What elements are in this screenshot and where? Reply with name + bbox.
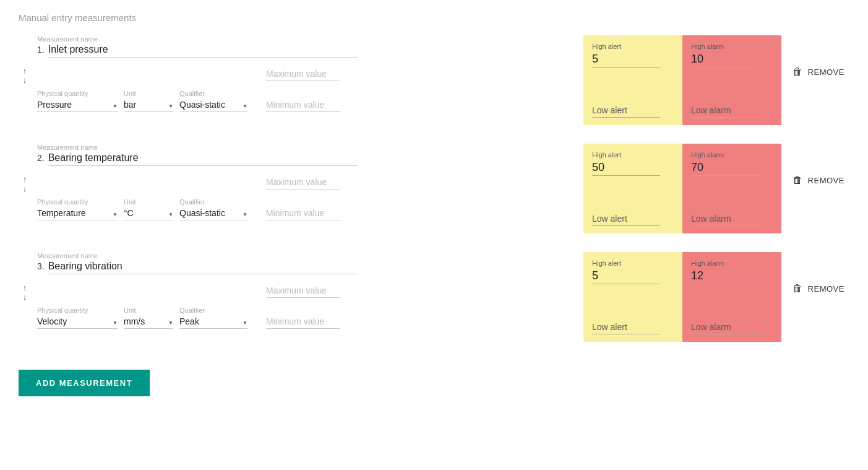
unit-group-2: Unit °C xyxy=(124,198,173,220)
high-alarm-label-1: High alarm xyxy=(691,43,773,50)
measurement-name-label-1: Measurement name xyxy=(37,35,577,43)
high-alert-input-1[interactable] xyxy=(592,53,660,67)
high-alarm-input-1[interactable] xyxy=(691,53,759,67)
qualifier-label-3: Qualifier xyxy=(179,307,247,314)
measurement-block-3: ↑↓ Measurement name 3. Physical quantity… xyxy=(19,252,849,342)
unit-label-1: Unit xyxy=(124,90,173,97)
sort-arrows-1[interactable]: ↑↓ xyxy=(19,66,31,85)
remove-label-3: REMOVE xyxy=(808,284,844,294)
physical-quantity-group-1: Physical quantity Pressure xyxy=(37,90,118,112)
alert-red-box-2: High alarm Low alarm xyxy=(682,144,781,233)
alert-yellow-box-1: High alert Low alert xyxy=(583,35,682,125)
measurement-number-row-2: 2. xyxy=(37,152,577,166)
alert-red-box-3: High alarm Low alarm xyxy=(682,252,781,342)
qualifier-select-wrapper-2: Quasi-static xyxy=(179,208,247,220)
remove-button-1[interactable]: 🗑 REMOVE xyxy=(793,66,844,77)
qualifier-select-2[interactable]: Quasi-static xyxy=(179,208,247,220)
qualifier-group-3: Qualifier Peak xyxy=(179,307,247,329)
page-title: Manual entry measurements xyxy=(19,12,849,23)
trash-icon-3: 🗑 xyxy=(793,283,803,294)
measurement-number-row-3: 3. xyxy=(37,261,577,274)
remove-col-3: 🗑 REMOVE xyxy=(788,283,849,294)
measurement-number-1: 1. xyxy=(37,45,45,54)
sort-arrows-2[interactable]: ↑↓ xyxy=(19,175,31,193)
remove-col-2: 🗑 REMOVE xyxy=(788,175,849,186)
measurement-block-1: ↑↓ Measurement name 1. Physical quantity… xyxy=(19,35,849,125)
max-min-group-2 xyxy=(254,177,340,220)
high-alarm-label-3: High alarm xyxy=(691,259,773,267)
measurement-name-input-1[interactable] xyxy=(48,44,358,58)
qualifier-label-2: Qualifier xyxy=(179,198,247,206)
physical-quantity-label-2: Physical quantity xyxy=(37,198,118,206)
physical-quantity-select-2[interactable]: Temperature xyxy=(37,208,118,220)
low-alarm-label-1: Low alarm xyxy=(691,105,759,118)
qualifier-select-1[interactable]: Quasi-static xyxy=(179,100,247,112)
measurement-number-row-1: 1. xyxy=(37,44,577,58)
alerts-col-1: High alert Low alert High alarm Low alar… xyxy=(583,35,781,125)
high-alarm-label-2: High alarm xyxy=(691,151,773,159)
measurement-content-2: Measurement name 2. Physical quantity Te… xyxy=(37,144,577,220)
fields-row-1: Physical quantity Pressure Unit bar xyxy=(37,69,577,112)
remove-label-1: REMOVE xyxy=(808,67,844,77)
low-alarm-label-3: Low alarm xyxy=(691,322,759,334)
fields-row-3: Physical quantity Velocity Unit mm/s xyxy=(37,285,577,329)
unit-select-2[interactable]: °C xyxy=(124,208,173,220)
unit-group-3: Unit mm/s xyxy=(124,307,173,329)
max-value-input-2[interactable] xyxy=(266,177,340,189)
qualifier-group-1: Qualifier Quasi-static xyxy=(179,90,247,112)
measurement-number-2: 2. xyxy=(37,153,45,163)
low-alert-label-3: Low alert xyxy=(592,322,660,334)
unit-select-wrapper-1: bar xyxy=(124,100,173,112)
measurement-name-input-2[interactable] xyxy=(48,152,358,166)
unit-select-3[interactable]: mm/s xyxy=(124,316,173,329)
min-value-input-3[interactable] xyxy=(266,316,340,329)
sort-arrows-3[interactable]: ↑↓ xyxy=(19,283,31,302)
measurement-content-3: Measurement name 3. Physical quantity Ve… xyxy=(37,252,577,329)
measurement-block-2: ↑↓ Measurement name 2. Physical quantity… xyxy=(19,144,849,233)
alert-yellow-box-3: High alert Low alert xyxy=(583,252,682,342)
trash-icon-2: 🗑 xyxy=(793,175,803,186)
add-measurement-button[interactable]: ADD MEASUREMENT xyxy=(19,370,150,396)
physical-quantity-label-3: Physical quantity xyxy=(37,307,118,314)
max-value-input-3[interactable] xyxy=(266,285,340,298)
low-alarm-label-2: Low alarm xyxy=(691,214,759,226)
high-alert-input-3[interactable] xyxy=(592,269,660,284)
measurement-name-label-2: Measurement name xyxy=(37,144,577,151)
physical-quantity-select-1[interactable]: Pressure xyxy=(37,100,118,112)
max-min-group-1 xyxy=(254,69,340,112)
unit-select-wrapper-2: °C xyxy=(124,208,173,220)
unit-group-1: Unit bar xyxy=(124,90,173,112)
max-value-input-1[interactable] xyxy=(266,69,340,81)
alert-yellow-box-2: High alert Low alert xyxy=(583,144,682,233)
trash-icon-1: 🗑 xyxy=(793,66,803,77)
physical-quantity-group-3: Physical quantity Velocity xyxy=(37,307,118,329)
unit-select-1[interactable]: bar xyxy=(124,100,173,112)
min-value-input-1[interactable] xyxy=(266,100,340,112)
alerts-col-3: High alert Low alert High alarm Low alar… xyxy=(583,252,781,342)
min-value-input-2[interactable] xyxy=(266,208,340,220)
remove-button-2[interactable]: 🗑 REMOVE xyxy=(793,175,844,186)
qualifier-group-2: Qualifier Quasi-static xyxy=(179,198,247,220)
physical-quantity-select-3[interactable]: Velocity xyxy=(37,316,118,329)
alert-red-box-1: High alarm Low alarm xyxy=(682,35,781,125)
unit-label-3: Unit xyxy=(124,307,173,314)
measurement-number-3: 3. xyxy=(37,261,45,271)
qualifier-select-3[interactable]: Peak xyxy=(179,316,247,329)
fields-row-2: Physical quantity Temperature Unit °C xyxy=(37,177,577,220)
qualifier-select-wrapper-3: Peak xyxy=(179,316,247,329)
high-alarm-input-2[interactable] xyxy=(691,161,759,176)
remove-col-1: 🗑 REMOVE xyxy=(788,66,849,77)
high-alert-input-2[interactable] xyxy=(592,161,660,176)
low-alert-label-2: Low alert xyxy=(592,214,660,226)
measurement-name-input-3[interactable] xyxy=(48,261,358,274)
low-alert-label-1: Low alert xyxy=(592,105,660,118)
measurement-content-1: Measurement name 1. Physical quantity Pr… xyxy=(37,35,577,112)
physical-quantity-group-2: Physical quantity Temperature xyxy=(37,198,118,220)
unit-label-2: Unit xyxy=(124,198,173,206)
high-alarm-input-3[interactable] xyxy=(691,269,759,284)
unit-select-wrapper-3: mm/s xyxy=(124,316,173,329)
physical-quantity-select-wrapper-1: Pressure xyxy=(37,100,118,112)
high-alert-label-2: High alert xyxy=(592,151,674,159)
alerts-col-2: High alert Low alert High alarm Low alar… xyxy=(583,144,781,233)
remove-button-3[interactable]: 🗑 REMOVE xyxy=(793,283,844,294)
